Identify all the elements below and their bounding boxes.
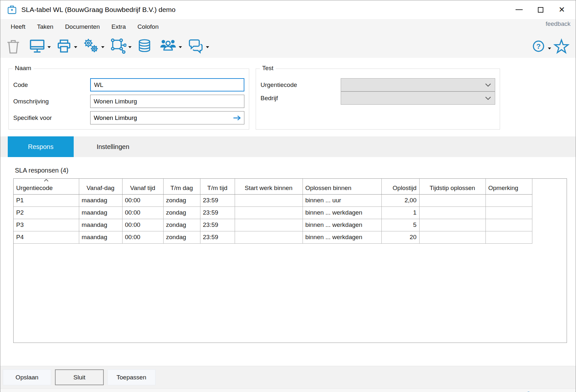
cell-vanaf-dag[interactable]: maandag: [79, 219, 122, 231]
menu-colofon[interactable]: Colofon: [132, 19, 165, 34]
cell-tm-tijd[interactable]: 23:59: [200, 207, 235, 219]
menu-taken[interactable]: Taken: [31, 19, 59, 34]
col-header-tm-dag[interactable]: T/m dag: [163, 179, 200, 194]
help-button[interactable]: ?: [531, 37, 551, 55]
cell-vanaf-dag[interactable]: maandag: [79, 231, 122, 243]
print-dropdown-caret[interactable]: [74, 46, 77, 48]
maximize-button[interactable]: [530, 0, 551, 19]
cell-tijdstip-oplossen[interactable]: [419, 207, 485, 219]
cell-vanaf-tijd[interactable]: 00:00: [122, 219, 163, 231]
settings-button[interactable]: [82, 37, 104, 55]
cell-start-werk-binnen[interactable]: [235, 194, 303, 207]
specifiek-voor-field: [90, 111, 244, 124]
window-title: SLA-tabel WL (BouwGraag Bouwbedrijf B.V.…: [21, 6, 176, 14]
col-header-tijdstip-oplossen[interactable]: Tijdstip oplossen: [419, 179, 485, 194]
cell-tijdstip-oplossen[interactable]: [419, 231, 485, 243]
urgentiecode-dropdown[interactable]: [341, 78, 495, 91]
users-dropdown-caret[interactable]: [179, 46, 182, 48]
tab-instellingen[interactable]: Instellingen: [74, 136, 152, 157]
cell-tijdstip-oplossen[interactable]: [419, 219, 485, 231]
cell-start-werk-binnen[interactable]: [235, 219, 303, 231]
print-button[interactable]: [56, 37, 77, 55]
cell-tm-dag[interactable]: zondag: [163, 219, 200, 231]
cell-opmerking[interactable]: [485, 207, 532, 219]
col-header-start-werk-binnen[interactable]: Start werk binnen: [235, 179, 303, 194]
sla-table: Urgentiecode Vanaf-dag Vanaf tijd T/m da…: [14, 179, 532, 244]
menu-extra[interactable]: Extra: [106, 19, 132, 34]
cell-tm-dag[interactable]: zondag: [163, 207, 200, 219]
cell-vanaf-tijd[interactable]: 00:00: [122, 207, 163, 219]
cell-vanaf-dag[interactable]: maandag: [79, 207, 122, 219]
menu-documenten[interactable]: Documenten: [59, 19, 106, 34]
feedback-link[interactable]: feedback: [546, 20, 571, 27]
workflow-button[interactable]: [110, 37, 132, 55]
minimize-button[interactable]: [508, 0, 530, 19]
cell-start-werk-binnen[interactable]: [235, 207, 303, 219]
cell-urgentiecode[interactable]: P2: [14, 207, 79, 219]
users-button[interactable]: [159, 37, 182, 55]
bedrijf-label: Bedrijf: [261, 95, 341, 102]
opslaan-button[interactable]: Opslaan: [3, 369, 51, 385]
monitor-button[interactable]: [29, 37, 51, 55]
cell-tm-dag[interactable]: zondag: [163, 194, 200, 207]
chat-dropdown-caret[interactable]: [206, 46, 209, 48]
cell-oplostijd[interactable]: 2,00: [381, 194, 419, 207]
delete-button[interactable]: [5, 37, 21, 55]
tab-respons[interactable]: Respons: [8, 136, 74, 157]
cell-tijdstip-oplossen[interactable]: [419, 194, 485, 207]
code-label: Code: [13, 81, 90, 89]
col-header-tm-tijd[interactable]: T/m tijd: [200, 179, 235, 194]
cell-urgentiecode[interactable]: P3: [14, 219, 79, 231]
cell-oplostijd[interactable]: 20: [381, 231, 419, 243]
cell-urgentiecode[interactable]: P1: [14, 194, 79, 207]
code-input[interactable]: [90, 78, 244, 91]
omschrijving-label: Omschrijving: [13, 98, 90, 105]
cell-tm-dag[interactable]: zondag: [163, 231, 200, 243]
sluit-button[interactable]: Sluit: [55, 369, 104, 385]
button-bar: Opslaan Sluit Toepassen: [0, 366, 576, 388]
cell-opmerking[interactable]: [485, 194, 532, 207]
workflow-dropdown-caret[interactable]: [128, 46, 132, 48]
omschrijving-input[interactable]: [90, 95, 244, 108]
monitor-dropdown-caret[interactable]: [48, 46, 51, 48]
chat-button[interactable]: [187, 37, 209, 55]
settings-dropdown-caret[interactable]: [101, 46, 104, 48]
col-header-opmerking[interactable]: Opmerking: [485, 179, 532, 194]
col-header-urgentiecode[interactable]: Urgentiecode: [14, 179, 79, 194]
cell-oplostijd[interactable]: 5: [381, 219, 419, 231]
database-button[interactable]: [137, 37, 152, 55]
cell-oplossen-binnen[interactable]: binnen ... werkdagen: [303, 219, 381, 231]
favorite-button[interactable]: [553, 37, 570, 55]
code-row: Code: [13, 78, 244, 91]
goto-arrow-icon[interactable]: [233, 115, 241, 121]
cell-tm-tijd[interactable]: 23:59: [200, 194, 235, 207]
col-header-vanaf-tijd[interactable]: Vanaf tijd: [122, 179, 163, 194]
bedrijf-dropdown[interactable]: [341, 91, 495, 105]
chevron-down-icon: [485, 97, 491, 100]
help-dropdown-caret[interactable]: [548, 48, 551, 49]
cell-oplossen-binnen[interactable]: binnen ... uur: [303, 194, 381, 207]
cell-tm-tijd[interactable]: 23:59: [200, 219, 235, 231]
cell-oplostijd[interactable]: 1: [381, 207, 419, 219]
close-button[interactable]: ✕: [551, 0, 572, 19]
cell-urgentiecode[interactable]: P4: [14, 231, 79, 243]
toepassen-button[interactable]: Toepassen: [107, 369, 155, 385]
urgentiecode-label: Urgentiecode: [261, 81, 341, 89]
cell-vanaf-dag[interactable]: maandag: [79, 194, 122, 207]
sla-responsen-caption: SLA responsen (4): [15, 167, 576, 174]
cell-opmerking[interactable]: [485, 219, 532, 231]
specifiek-voor-input[interactable]: [91, 111, 233, 124]
cell-start-werk-binnen[interactable]: [235, 231, 303, 243]
col-header-oplostijd[interactable]: Oplostijd: [381, 179, 419, 194]
cell-oplossen-binnen[interactable]: binnen ... werkdagen: [303, 207, 381, 219]
col-header-vanaf-dag[interactable]: Vanaf-dag: [79, 179, 122, 194]
cell-tm-tijd[interactable]: 23:59: [200, 231, 235, 243]
cell-opmerking[interactable]: [485, 231, 532, 243]
help-icon: ?: [531, 37, 546, 55]
menu-heeft[interactable]: Heeft: [5, 19, 31, 34]
cell-vanaf-tijd[interactable]: 00:00: [122, 194, 163, 207]
cell-vanaf-tijd[interactable]: 00:00: [122, 231, 163, 243]
cell-oplossen-binnen[interactable]: binnen ... werkdagen: [303, 231, 381, 243]
omschrijving-row: Omschrijving: [13, 95, 244, 108]
col-header-oplossen-binnen[interactable]: Oplossen binnen: [303, 179, 381, 194]
